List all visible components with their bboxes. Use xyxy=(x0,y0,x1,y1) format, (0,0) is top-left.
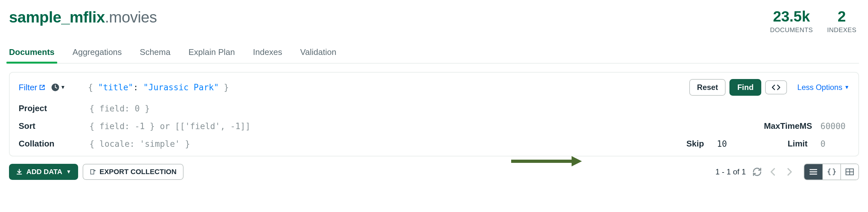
tab-documents[interactable]: Documents xyxy=(9,47,55,64)
documents-count: 23.5k xyxy=(770,9,813,24)
tab-indexes[interactable]: Indexes xyxy=(253,47,282,64)
find-button[interactable]: Find xyxy=(730,79,761,96)
sort-label: Sort xyxy=(19,121,89,131)
options-toggle-label: Less Options xyxy=(797,83,842,92)
collection-title: sample_mflix.movies xyxy=(9,8,157,26)
pager-text: 1 - 1 of 1 xyxy=(715,167,746,176)
project-label: Project xyxy=(19,103,89,113)
view-switcher xyxy=(804,164,859,180)
maxtimems-label: MaxTimeMS xyxy=(764,121,812,131)
options-toggle[interactable]: Less Options ▼ xyxy=(797,83,849,92)
view-list-button[interactable] xyxy=(804,164,823,180)
filter-label-link[interactable]: Filter xyxy=(19,82,45,93)
download-icon xyxy=(16,169,23,175)
braces-icon xyxy=(827,168,836,176)
tab-schema[interactable]: Schema xyxy=(140,47,170,64)
query-history-button[interactable]: ▼ xyxy=(51,83,66,92)
project-input[interactable]: { field: 0 } xyxy=(89,104,849,113)
filter-label-text: Filter xyxy=(19,82,37,93)
reset-button[interactable]: Reset xyxy=(689,79,725,96)
clock-icon xyxy=(51,83,60,92)
next-page-button[interactable] xyxy=(784,167,794,177)
export-collection-button[interactable]: EXPORT COLLECTION xyxy=(83,164,184,180)
sort-input[interactable]: { field: -1 } or [['field', -1]] xyxy=(89,121,764,131)
tab-aggregations[interactable]: Aggregations xyxy=(73,47,122,64)
indexes-count: 2 xyxy=(827,9,857,24)
list-icon xyxy=(809,168,818,176)
toggle-query-code-button[interactable] xyxy=(765,80,787,95)
indexes-count-label: INDEXES xyxy=(827,26,857,34)
skip-input[interactable]: 10 xyxy=(717,139,775,149)
collection-stats: 23.5k DOCUMENTS 2 INDEXES xyxy=(770,8,859,34)
collation-label: Collation xyxy=(19,139,89,149)
maxtimems-input[interactable]: 60000 xyxy=(820,121,849,131)
limit-input[interactable]: 0 xyxy=(820,139,849,149)
add-data-button[interactable]: ADD DATA ▼ xyxy=(9,164,78,180)
tab-explain-plan[interactable]: Explain Plan xyxy=(188,47,235,64)
skip-label: Skip xyxy=(686,139,704,149)
view-json-button[interactable] xyxy=(823,164,840,180)
chevron-down-icon: ▼ xyxy=(60,84,66,90)
external-link-icon xyxy=(39,84,45,90)
chevron-down-icon: ▼ xyxy=(844,84,849,90)
tab-validation[interactable]: Validation xyxy=(300,47,336,64)
filter-input[interactable]: { "title": "Jurassic Park" } xyxy=(71,82,683,92)
add-data-label: ADD DATA xyxy=(26,168,62,176)
collation-input[interactable]: { locale: 'simple' } xyxy=(89,139,686,149)
export-collection-label: EXPORT COLLECTION xyxy=(99,168,177,176)
query-bar: Filter ▼ { "title": "Jurassic Park" } Re… xyxy=(9,72,859,156)
tabs-bar: Documents Aggregations Schema Explain Pl… xyxy=(9,46,859,64)
collection-name: movies xyxy=(109,9,157,26)
refresh-button[interactable] xyxy=(752,167,762,177)
export-icon xyxy=(90,169,96,175)
limit-label: Limit xyxy=(787,139,808,149)
view-table-button[interactable] xyxy=(840,164,858,180)
chevron-down-icon: ▼ xyxy=(66,169,71,175)
documents-count-label: DOCUMENTS xyxy=(770,26,813,34)
database-name: sample_mflix xyxy=(9,9,105,26)
table-icon xyxy=(845,168,854,176)
code-icon xyxy=(772,83,780,91)
prev-page-button[interactable] xyxy=(768,167,778,177)
